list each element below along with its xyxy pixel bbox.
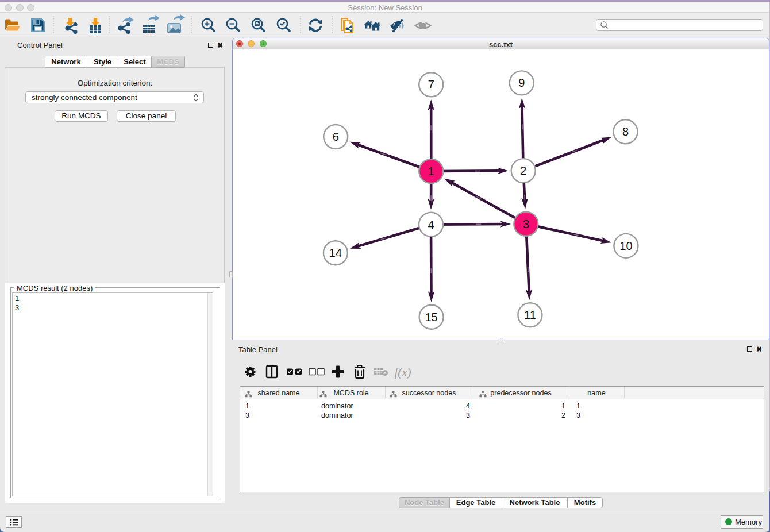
svg-text:15: 15 xyxy=(425,311,437,323)
svg-text:14: 14 xyxy=(329,246,342,259)
svg-text:10: 10 xyxy=(619,240,632,252)
svg-text:11: 11 xyxy=(524,309,536,321)
svg-text:1: 1 xyxy=(428,165,434,178)
svg-text:4: 4 xyxy=(428,218,434,231)
svg-text:f(x): f(x) xyxy=(394,365,411,379)
svg-text:7: 7 xyxy=(428,78,434,91)
svg-text:2: 2 xyxy=(520,164,526,177)
svg-text:3: 3 xyxy=(523,218,529,230)
svg-text:8: 8 xyxy=(622,125,629,138)
svg-text:6: 6 xyxy=(333,130,339,143)
svg-text:9: 9 xyxy=(518,76,525,89)
